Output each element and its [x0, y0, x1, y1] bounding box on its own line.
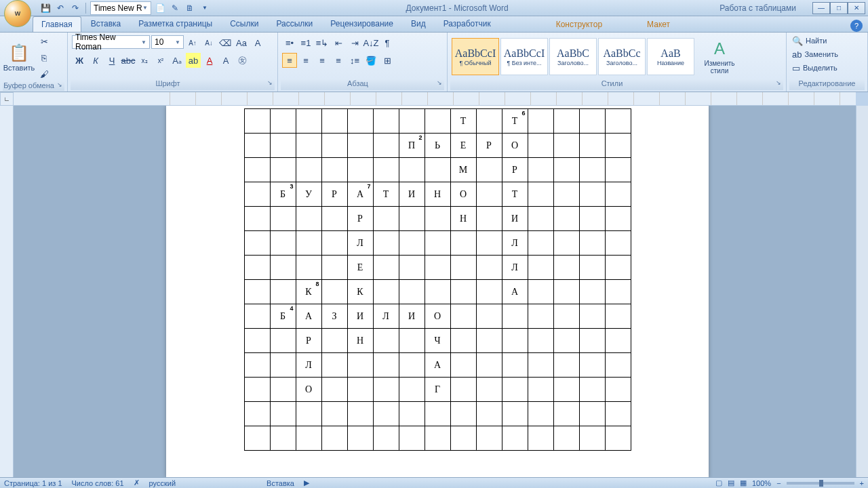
bold-button[interactable]: Ж: [72, 53, 87, 68]
cell[interactable]: [605, 207, 631, 231]
cell[interactable]: [553, 256, 579, 280]
status-mode[interactable]: Вставка: [267, 479, 294, 487]
qat-font-combo[interactable]: Times New R▼: [90, 1, 151, 15]
cell[interactable]: [399, 109, 425, 134]
cell[interactable]: [528, 207, 553, 231]
cell[interactable]: [244, 207, 270, 231]
new-icon[interactable]: 📄: [154, 2, 166, 14]
zoom-in-button[interactable]: +: [860, 479, 864, 487]
cell[interactable]: [528, 426, 553, 451]
cell[interactable]: [296, 109, 321, 134]
cell[interactable]: [296, 256, 321, 280]
ruler-corner[interactable]: ∟: [0, 92, 14, 106]
cell[interactable]: [425, 402, 450, 426]
highlight-button[interactable]: ab: [186, 53, 201, 68]
cell[interactable]: [296, 231, 321, 256]
cell[interactable]: Т: [502, 182, 528, 207]
zoom-out-button[interactable]: −: [776, 479, 781, 487]
cell[interactable]: О: [425, 304, 450, 329]
cell[interactable]: Р: [476, 134, 502, 158]
cell[interactable]: З: [321, 304, 347, 329]
cell[interactable]: [399, 280, 425, 304]
cell[interactable]: [399, 329, 425, 353]
cell[interactable]: [553, 280, 579, 304]
cell[interactable]: 7А: [347, 182, 373, 207]
cell[interactable]: [373, 207, 399, 231]
cell[interactable]: Л: [502, 231, 528, 256]
line-spacing-button[interactable]: ↕≡: [347, 53, 362, 68]
print-preview-icon[interactable]: 🗎: [184, 2, 196, 14]
cell[interactable]: [553, 158, 579, 182]
view-print-button[interactable]: ▢: [715, 479, 722, 487]
cell[interactable]: [579, 378, 605, 402]
cell[interactable]: [321, 207, 347, 231]
view-web-button[interactable]: ▦: [740, 479, 747, 487]
font-name-combo[interactable]: Times New Roman▼: [72, 35, 150, 49]
cell[interactable]: [373, 426, 399, 451]
cell[interactable]: [399, 207, 425, 231]
cell[interactable]: Л: [373, 304, 399, 329]
cell[interactable]: [605, 231, 631, 256]
cell[interactable]: [425, 426, 450, 451]
cell[interactable]: О: [502, 134, 528, 158]
cell[interactable]: [244, 329, 270, 353]
cell[interactable]: [502, 304, 528, 329]
shrink-font-button[interactable]: A↓: [201, 35, 216, 50]
cell[interactable]: [450, 280, 476, 304]
cell[interactable]: [321, 329, 347, 353]
shading-button[interactable]: 🪣: [363, 53, 378, 68]
cell[interactable]: [321, 231, 347, 256]
cell[interactable]: [579, 256, 605, 280]
cell[interactable]: [553, 207, 579, 231]
cell[interactable]: Р: [296, 329, 321, 353]
status-page[interactable]: Страница: 1 из 1: [4, 479, 62, 487]
cell[interactable]: [399, 231, 425, 256]
cell[interactable]: О: [296, 378, 321, 402]
cell[interactable]: Р: [321, 182, 347, 207]
cell[interactable]: Л: [502, 256, 528, 280]
select-button[interactable]: ▭Выделить: [789, 61, 865, 75]
cell[interactable]: [347, 158, 373, 182]
cell[interactable]: [450, 256, 476, 280]
dialog-launcher-icon[interactable]: ↘: [774, 79, 783, 89]
cell[interactable]: [605, 353, 631, 378]
cell[interactable]: [502, 353, 528, 378]
subscript-button[interactable]: x₂: [137, 53, 152, 68]
cell[interactable]: [347, 134, 373, 158]
find-button[interactable]: 🔍Найти: [789, 34, 865, 47]
cell[interactable]: [476, 182, 502, 207]
qat-menu-icon[interactable]: ▼: [199, 2, 211, 14]
cell[interactable]: [579, 426, 605, 451]
cell[interactable]: 3Б: [270, 182, 296, 207]
cell[interactable]: [270, 134, 296, 158]
edit-icon[interactable]: ✎: [169, 2, 181, 14]
cell[interactable]: [579, 134, 605, 158]
cell[interactable]: [553, 304, 579, 329]
cell[interactable]: [321, 402, 347, 426]
cell[interactable]: [321, 280, 347, 304]
cell[interactable]: А: [425, 353, 450, 378]
redo-icon[interactable]: ↷: [69, 2, 81, 14]
cell[interactable]: [270, 109, 296, 134]
cell[interactable]: [579, 304, 605, 329]
cell[interactable]: [579, 280, 605, 304]
cell[interactable]: Е: [450, 134, 476, 158]
cell[interactable]: [425, 256, 450, 280]
grow-font-button[interactable]: A↑: [185, 35, 200, 50]
cell[interactable]: [347, 378, 373, 402]
show-marks-button[interactable]: ¶: [380, 35, 395, 50]
cell[interactable]: [450, 329, 476, 353]
cell[interactable]: [476, 402, 502, 426]
cell[interactable]: Ч: [425, 329, 450, 353]
cell[interactable]: Н: [425, 182, 450, 207]
tab-главная[interactable]: Главная: [33, 16, 81, 32]
cell[interactable]: А: [502, 280, 528, 304]
cell[interactable]: [399, 426, 425, 451]
cell[interactable]: 6Т: [502, 109, 528, 134]
vertical-scrollbar[interactable]: [856, 106, 868, 477]
cell[interactable]: [425, 207, 450, 231]
style-item[interactable]: AaBbCcЗаголово...: [598, 38, 646, 75]
cell[interactable]: [321, 353, 347, 378]
minimize-button[interactable]: —: [812, 2, 830, 14]
cell[interactable]: [450, 231, 476, 256]
